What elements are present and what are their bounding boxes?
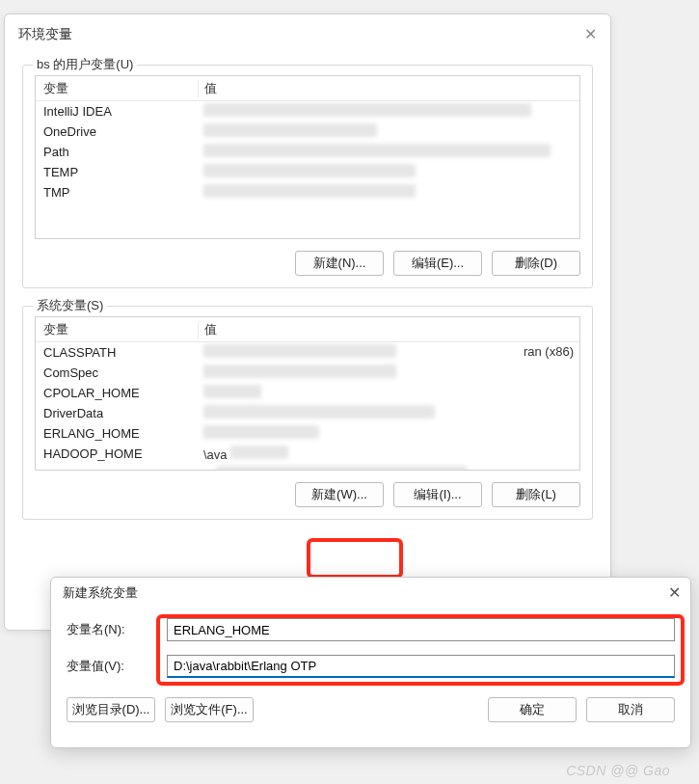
cell-val: \ava — [198, 446, 579, 462]
sub-title: 新建系统变量 — [63, 584, 138, 602]
cell-var: OneDrive — [36, 124, 198, 139]
sub-titlebar: 新建系统变量 ✕ — [51, 578, 690, 608]
browse-dir-button[interactable]: 浏览目录(D)... — [67, 697, 155, 722]
table-row[interactable]: ComSpec — [36, 363, 579, 383]
cell-val — [198, 385, 579, 401]
table-row[interactable]: OneDrive — [36, 122, 579, 142]
table-header: 变量 值 — [36, 317, 579, 342]
cell-var: CPOLAR_HOME — [36, 386, 198, 400]
highlight-new-button — [307, 538, 403, 579]
cell-val: ran (x86) — [198, 344, 579, 361]
cell-var: IntelliJ IDEA — [36, 104, 198, 119]
table-row[interactable]: DriverData — [36, 403, 579, 423]
table-row[interactable]: JAVA_HOMED — [36, 464, 579, 471]
table-row[interactable]: CPOLAR_HOME — [36, 383, 579, 403]
table-row[interactable]: Path — [36, 142, 579, 162]
cancel-button[interactable]: 取消 — [586, 697, 675, 722]
sys-edit-button[interactable]: 编辑(I)... — [393, 482, 482, 507]
user-vars-button-row: 新建(N)... 编辑(E)... 删除(D) — [35, 251, 580, 276]
sys-vars-fieldset: 系统变量(S) 变量 值 CLASSPATH ran (x86)ComSpecC… — [22, 306, 593, 520]
table-row[interactable]: ERLANG_HOME — [36, 423, 579, 444]
cell-var: CLASSPATH — [36, 345, 198, 360]
header-val: 值 — [198, 80, 579, 97]
cell-var: ERLANG_HOME — [36, 426, 198, 441]
user-vars-table[interactable]: 变量 值 IntelliJ IDEAOneDrivePathTEMPTMP — [35, 75, 580, 239]
cell-val — [198, 425, 579, 442]
sys-new-button[interactable]: 新建(W)... — [295, 482, 384, 507]
header-var: 变量 — [36, 80, 198, 97]
sys-vars-table[interactable]: 变量 值 CLASSPATH ran (x86)ComSpecCPOLAR_HO… — [35, 316, 580, 471]
user-vars-legend: bs 的用户变量(U) — [33, 56, 137, 73]
browse-file-button[interactable]: 浏览文件(F)... — [165, 697, 254, 722]
header-val: 值 — [198, 321, 579, 338]
cell-val — [198, 184, 579, 201]
cell-val — [198, 144, 579, 160]
cell-var: JAVA_HOME — [36, 467, 198, 471]
cell-var: DriverData — [36, 406, 198, 420]
cell-val — [198, 103, 579, 120]
cell-var: HADOOP_HOME — [36, 446, 198, 461]
main-title: 环境变量 — [18, 26, 72, 43]
cell-var: TEMP — [36, 165, 198, 179]
highlight-input-fields — [156, 614, 685, 686]
cell-val: D — [198, 466, 579, 471]
cell-val — [198, 164, 579, 180]
user-delete-button[interactable]: 删除(D) — [492, 251, 580, 276]
sys-vars-button-row: 新建(W)... 编辑(I)... 删除(L) — [35, 482, 580, 507]
sys-delete-button[interactable]: 删除(L) — [492, 482, 580, 507]
close-icon[interactable]: ✕ — [581, 26, 599, 43]
cell-val — [198, 123, 579, 140]
cell-var: TMP — [36, 185, 198, 200]
ok-button[interactable]: 确定 — [488, 697, 577, 722]
var-value-label: 变量值(V): — [67, 658, 167, 675]
sys-vars-legend: 系统变量(S) — [33, 297, 107, 314]
user-vars-fieldset: bs 的用户变量(U) 变量 值 IntelliJ IDEAOneDrivePa… — [22, 65, 593, 288]
table-row[interactable]: TEMP — [36, 162, 579, 182]
cell-var: ComSpec — [36, 365, 198, 380]
table-row[interactable]: TMP — [36, 182, 579, 203]
cell-val — [198, 405, 579, 421]
env-vars-dialog: 环境变量 ✕ bs 的用户变量(U) 变量 值 IntelliJ IDEAOne… — [4, 14, 611, 631]
table-header: 变量 值 — [36, 76, 579, 101]
cell-val — [198, 365, 579, 381]
close-icon[interactable]: ✕ — [668, 583, 681, 602]
cell-var: Path — [36, 145, 198, 159]
watermark: CSDN @@ Gao — [566, 763, 670, 778]
var-name-label: 变量名(N): — [67, 621, 167, 638]
table-row[interactable]: CLASSPATH ran (x86) — [36, 342, 579, 363]
sub-button-row: 浏览目录(D)... 浏览文件(F)... 确定 取消 — [51, 691, 690, 732]
user-new-button[interactable]: 新建(N)... — [295, 251, 384, 276]
table-row[interactable]: HADOOP_HOME\ava — [36, 444, 579, 464]
header-var: 变量 — [36, 321, 198, 338]
main-titlebar: 环境变量 ✕ — [5, 14, 610, 55]
table-row[interactable]: IntelliJ IDEA — [36, 101, 579, 122]
user-edit-button[interactable]: 编辑(E)... — [393, 251, 482, 276]
